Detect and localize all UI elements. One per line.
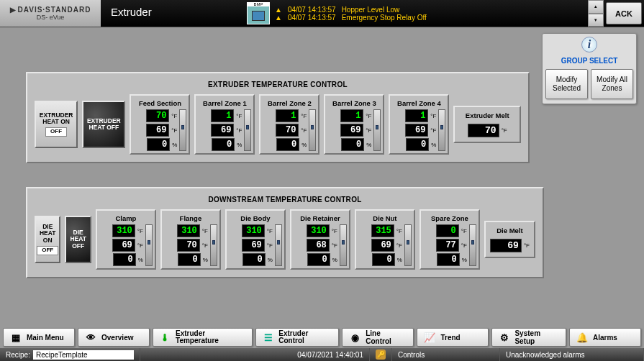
unit-label: °F xyxy=(236,127,242,134)
unit-label: % xyxy=(397,257,402,263)
temperature-zone[interactable]: Barrel Zone 31°F69°F0% xyxy=(324,94,384,155)
grid-icon: ▦ xyxy=(9,331,22,344)
die-heat-on-button[interactable]: DIE HEAT ON OFF xyxy=(35,216,60,263)
zone-actual: 69 xyxy=(371,239,394,252)
nav-alarms[interactable]: 🔔Alarms xyxy=(569,328,641,347)
temperature-zone[interactable]: Clamp310°F69°F0% xyxy=(96,209,156,270)
zone-title: Barrel Zone 2 xyxy=(263,98,316,109)
zone-title: Die Nut xyxy=(358,213,412,224)
nav-label: Main Menu xyxy=(27,334,64,342)
zone-title: Flange xyxy=(164,213,217,224)
zone-bar-indicator xyxy=(210,224,217,266)
zone-actual: 69 xyxy=(340,124,363,137)
nav-system-setup[interactable]: ⚙System Setup xyxy=(491,328,566,347)
zone-actual: 70 xyxy=(276,124,299,137)
zone-output: 0 xyxy=(276,138,299,151)
recipe-status: Recipe: RecipeTemplate xyxy=(0,348,140,361)
nav-trend[interactable]: 📈Trend xyxy=(417,328,489,347)
temperature-zone[interactable]: Die Body310°F69°F0% xyxy=(225,209,286,270)
die-heat-off-button[interactable]: DIE HEAT OFF xyxy=(65,216,91,263)
zone-title: Barrel Zone 3 xyxy=(327,98,381,109)
alarm-scroll[interactable]: ▴▾ xyxy=(588,0,604,27)
unit-label: °F xyxy=(396,242,402,249)
screenshot-button[interactable] xyxy=(247,2,270,24)
temperature-zone[interactable]: Die Nut315°F69°F0% xyxy=(355,209,415,270)
unit-label: °F xyxy=(430,113,436,119)
zone-setpoint[interactable]: 1 xyxy=(405,109,428,122)
unack-alarms-status[interactable]: Unacknowledged alarms xyxy=(500,348,644,361)
zone-bar-indicator xyxy=(373,109,381,151)
unit-label: % xyxy=(431,142,436,148)
temperature-zone[interactable]: Die Retainer310°F68°F0% xyxy=(290,209,350,270)
temperature-zone[interactable]: Barrel Zone 41°F69°F0% xyxy=(389,94,449,155)
zone-setpoint[interactable]: 1 xyxy=(211,109,234,122)
zone-bar-indicator xyxy=(438,109,445,151)
unit-label: °F xyxy=(171,113,177,119)
melt-title: Extruder Melt xyxy=(459,111,515,119)
extruder-heat-off-button[interactable]: EXTRUDER HEAT OFF xyxy=(82,101,125,148)
zone-actual: 69 xyxy=(112,239,135,252)
temperature-zone[interactable]: Flange310°F70°F0% xyxy=(160,209,221,270)
zone-title: Barrel Zone 1 xyxy=(198,98,251,109)
button-label: DIE HEAT ON xyxy=(36,224,59,244)
extruder-heat-on-button[interactable]: EXTRUDER HEAT ON OFF xyxy=(35,101,78,148)
warning-icon: ▲ xyxy=(275,6,282,14)
zone-setpoint[interactable]: 315 xyxy=(371,224,394,237)
thermometer-icon: 🌡 xyxy=(159,331,171,344)
zone-bar-indicator xyxy=(145,224,153,266)
nav-main-menu[interactable]: ▦Main Menu xyxy=(3,328,75,347)
zone-setpoint[interactable]: 310 xyxy=(112,224,135,237)
key-status[interactable]: 🔑 xyxy=(370,348,392,361)
unit-label: °F xyxy=(301,113,307,119)
zone-setpoint[interactable]: 0 xyxy=(436,224,459,237)
alarm-message: Emergency Stop Relay Off xyxy=(342,14,427,22)
zone-actual: 68 xyxy=(307,239,330,252)
nav-line-control[interactable]: ◉Line Control xyxy=(342,328,414,347)
unit-label: °F xyxy=(502,127,507,134)
group-select-panel: i GROUP SELECT Modify Selected Modify Al… xyxy=(542,33,637,104)
zone-setpoint[interactable]: 1 xyxy=(276,109,299,122)
zone-output: 0 xyxy=(372,253,395,266)
zone-setpoint[interactable]: 70 xyxy=(146,109,169,122)
recipe-value[interactable]: RecipeTemplate xyxy=(33,350,134,360)
nav-extruder-control[interactable]: ☰Extruder Control xyxy=(255,328,339,347)
roller-icon: ◉ xyxy=(348,331,361,344)
nav-extruder-temperature[interactable]: 🌡Extruder Temperature xyxy=(153,328,253,347)
zone-setpoint[interactable]: 1 xyxy=(340,109,363,122)
unit-label: °F xyxy=(202,228,208,234)
alarm-row: ▲ 04/07 14:13:57 Hopper Level Low xyxy=(272,6,588,14)
unit-label: °F xyxy=(332,228,337,234)
zone-bar-indicator xyxy=(404,224,412,266)
gear-icon: ⚙ xyxy=(498,331,510,344)
modify-all-zones-button[interactable]: Modify All Zones xyxy=(591,69,633,99)
panel-title: DOWNSTREAM TEMPERATURE CONTROL xyxy=(35,193,535,209)
zone-output: 0 xyxy=(307,253,330,266)
unit-label: °F xyxy=(430,127,436,134)
heat-state-indicator: OFF xyxy=(37,246,58,255)
unit-label: % xyxy=(172,142,177,148)
temperature-zone[interactable]: Spare Zone0°F77°F0% xyxy=(419,209,480,270)
modify-selected-button[interactable]: Modify Selected xyxy=(545,69,588,99)
chart-icon: 📈 xyxy=(423,331,436,344)
nav-overview[interactable]: 👁Overview xyxy=(78,328,150,347)
zone-setpoint[interactable]: 310 xyxy=(242,224,265,237)
unit-label: °F xyxy=(366,113,371,119)
melt-value: 70 xyxy=(468,124,499,137)
zone-title: Feed Section xyxy=(133,98,186,109)
zone-title: Clamp xyxy=(99,213,153,224)
temperature-zone[interactable]: Feed Section70°F69°F0% xyxy=(130,94,190,155)
temperature-zone[interactable]: Barrel Zone 21°F70°F0% xyxy=(259,94,319,155)
controls-status[interactable]: Controls xyxy=(392,348,500,361)
ack-button[interactable]: ACK xyxy=(606,2,642,24)
unit-label: °F xyxy=(267,228,273,234)
button-label: EXTRUDER HEAT OFF xyxy=(83,118,124,132)
info-icon[interactable]: i xyxy=(581,37,597,52)
zone-setpoint[interactable]: 310 xyxy=(177,224,200,237)
zone-output: 0 xyxy=(242,253,266,266)
unit-label: °F xyxy=(236,113,242,119)
zone-setpoint[interactable]: 310 xyxy=(307,224,330,237)
temperature-zone[interactable]: Barrel Zone 11°F69°F0% xyxy=(194,94,255,155)
unit-label: °F xyxy=(524,242,530,249)
alarm-banner[interactable]: ▲ 04/07 14:13:57 Hopper Level Low ▲ 04/0… xyxy=(272,0,588,27)
zone-actual: 69 xyxy=(146,124,169,137)
